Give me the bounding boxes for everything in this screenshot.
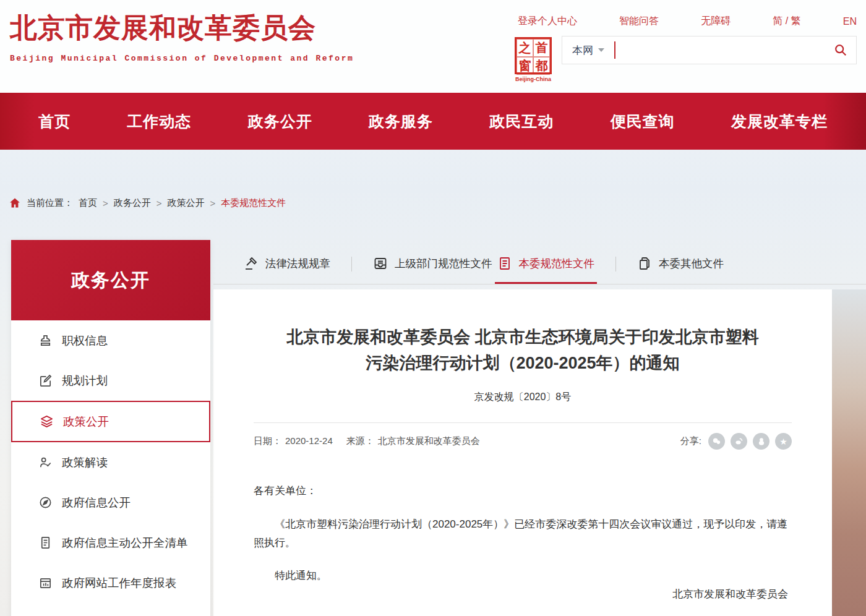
stamp-icon <box>38 333 53 348</box>
sidebar-item-gov-info-disclosure[interactable]: 政府信息公开 <box>11 482 210 523</box>
article-body: 各有关单位： 《北京市塑料污染治理行动计划（2020-2025年）》已经市委深改… <box>254 482 792 604</box>
smart-qa-link[interactable]: 智能问答 <box>619 15 659 28</box>
breadcrumb-policy[interactable]: 政策公开 <box>168 197 205 209</box>
tab-laws-regulations[interactable]: 法律法规规章 <box>241 244 333 284</box>
search-box: 本网 <box>562 36 857 64</box>
search-scope-label: 本网 <box>572 43 593 58</box>
doc-copy-icon <box>637 256 652 271</box>
sidebar-item-label: 政府信息主动公开全清单 <box>62 535 188 550</box>
sidebar-item-label: 规划计划 <box>62 373 108 388</box>
article-panel: 北京市发展和改革委员会 北京市生态环境局关于印发北京市塑料 污染治理行动计划（2… <box>213 289 832 616</box>
doc-lines-icon <box>497 256 512 271</box>
sidebar-item-authority-info[interactable]: 职权信息 <box>11 320 210 361</box>
site-header: 北京市发展和改革委员会 Beijing Municipal Commission… <box>0 0 866 93</box>
nav-item-gov-services[interactable]: 政务服务 <box>369 111 433 132</box>
nav-item-gov-affairs[interactable]: 政务公开 <box>248 111 312 132</box>
login-link[interactable]: 登录个人中心 <box>518 15 577 28</box>
tab-label: 上级部门规范性文件 <box>395 256 492 271</box>
main-content: 法律法规规章 上级部门规范性文件 本委规范性文件 <box>213 244 866 616</box>
person-check-icon <box>38 455 53 469</box>
sidebar-item-label: 职权信息 <box>62 333 108 348</box>
sidebar-item-policy-disclosure[interactable]: 政策公开 <box>11 401 210 442</box>
article-signature: 北京市发展和改革委员会 <box>254 585 792 604</box>
weibo-share-button[interactable] <box>731 433 747 450</box>
tab-divider <box>615 257 616 272</box>
nav-item-interaction[interactable]: 政民互动 <box>489 111 554 132</box>
seal-caption: Beijing-China <box>513 76 553 82</box>
tab-commission-normative-docs[interactable]: 本委规范性文件 <box>495 244 598 284</box>
article-meta: 日期：2020-12-24来源：北京市发展和改革委员会 <box>254 435 494 447</box>
gavel-icon <box>244 256 259 271</box>
sidebar: 政务公开 职权信息 规划计划 政策公开 <box>11 240 210 616</box>
inbox-icon <box>373 256 388 271</box>
divider <box>254 422 792 423</box>
seal-char: 首 <box>533 39 550 57</box>
date-label: 日期： <box>254 435 281 446</box>
header-top-links: 登录个人中心 智能问答 无障碍 简 / 繁 EN <box>518 15 857 28</box>
article-salutation: 各有关单位： <box>254 482 792 500</box>
article-source: 北京市发展和改革委员会 <box>378 435 480 446</box>
tab-label: 法律法规规章 <box>265 256 330 271</box>
background-photo-left <box>0 235 11 616</box>
home-icon <box>9 197 21 209</box>
header-search-row: 之 首 窗 都 Beijing-China 本网 <box>513 36 857 82</box>
site-title: 北京市发展和改革委员会 <box>10 10 354 46</box>
search-scope-dropdown[interactable]: 本网 <box>562 43 614 58</box>
beijing-china-seal-logo[interactable]: 之 首 窗 都 Beijing-China <box>513 36 553 82</box>
nav-item-home[interactable]: 首页 <box>38 111 71 132</box>
compass-icon <box>38 495 53 510</box>
edit-icon <box>38 374 53 388</box>
sidebar-item-label: 政策解读 <box>62 455 108 470</box>
breadcrumb-gov-affairs[interactable]: 政务公开 <box>114 197 151 209</box>
site-subtitle: Beijing Municipal Commission of Developm… <box>10 54 354 63</box>
site-logo[interactable]: 北京市发展和改革委员会 Beijing Municipal Commission… <box>10 10 354 63</box>
sidebar-item-planning[interactable]: 规划计划 <box>11 361 210 401</box>
content-tabs: 法律法规规章 上级部门规范性文件 本委规范性文件 <box>213 244 866 284</box>
qq-icon <box>757 437 766 446</box>
sidebar-item-policy-interpretation[interactable]: 政策解读 <box>11 442 210 482</box>
qq-share-button[interactable] <box>753 433 770 450</box>
article-paragraph: 特此通知。 <box>254 567 792 585</box>
sidebar-item-label: 政府信息公开 <box>62 495 131 510</box>
article-paragraph: 《北京市塑料污染治理行动计划（2020-2025年）》已经市委深改委第十四次会议… <box>254 515 792 552</box>
accessibility-link[interactable]: 无障碍 <box>701 15 731 28</box>
document-number: 京发改规〔2020〕8号 <box>254 391 792 404</box>
breadcrumb-separator: > <box>156 198 162 208</box>
tab-label: 本委其他文件 <box>659 256 724 271</box>
breadcrumb-home[interactable]: 首页 <box>79 197 97 209</box>
tab-superior-normative-docs[interactable]: 上级部门规范性文件 <box>371 244 495 284</box>
tab-divider <box>351 257 352 272</box>
nav-item-reform-column[interactable]: 发展改革专栏 <box>731 111 828 132</box>
breadcrumb: 当前位置： 首页 > 政务公开 > 政策公开 > 本委规范性文件 <box>9 197 286 209</box>
chevron-down-icon <box>598 48 604 52</box>
wechat-share-button[interactable] <box>708 433 725 450</box>
sidebar-item-website-annual-report[interactable]: 政府网站工作年度报表 <box>11 563 210 603</box>
breadcrumb-separator: > <box>103 198 108 208</box>
nav-item-work-trends[interactable]: 工作动态 <box>127 111 191 132</box>
layers-icon <box>40 414 54 429</box>
list-doc-icon <box>38 536 53 550</box>
simplified-traditional-link[interactable]: 简 / 繁 <box>773 15 800 28</box>
seal-char: 之 <box>517 39 533 57</box>
tab-commission-other-docs[interactable]: 本委其他文件 <box>635 244 726 284</box>
sidebar-item-proactive-disclosure-list[interactable]: 政府信息主动公开全清单 <box>11 523 210 563</box>
breadcrumb-label: 当前位置： <box>27 197 73 209</box>
article-title-line1: 北京市发展和改革委员会 北京市生态环境局关于印发北京市塑料 <box>286 328 759 346</box>
search-icon <box>834 43 847 57</box>
nav-item-convenient-query[interactable]: 便民查询 <box>611 111 675 132</box>
seal-icon: 之 首 窗 都 <box>515 37 552 74</box>
search-button[interactable] <box>825 43 856 57</box>
weibo-icon <box>734 437 744 446</box>
seal-char: 窗 <box>517 57 533 75</box>
wechat-icon <box>712 437 721 446</box>
sidebar-title: 政务公开 <box>11 240 210 320</box>
english-link[interactable]: EN <box>843 16 857 27</box>
breadcrumb-current[interactable]: 本委规范性文件 <box>221 197 286 209</box>
sidebar-item-decision-directory[interactable]: 决策目录 <box>11 603 210 616</box>
search-input[interactable] <box>615 38 825 62</box>
sidebar-item-label: 政府网站工作年度报表 <box>62 575 176 591</box>
tab-label: 本委规范性文件 <box>519 256 595 271</box>
favorite-share-button[interactable]: ★ <box>775 433 792 450</box>
article-title-line2: 污染治理行动计划（2020-2025年）的通知 <box>366 354 679 372</box>
report-icon <box>38 576 53 590</box>
